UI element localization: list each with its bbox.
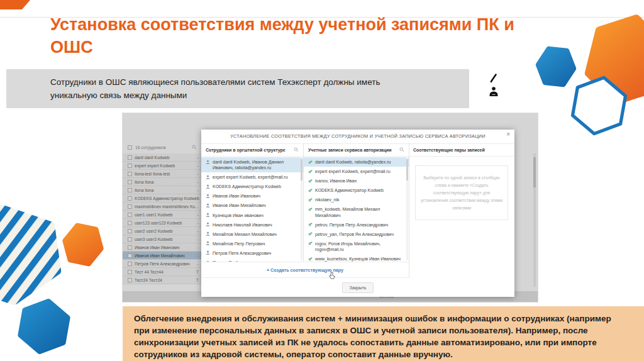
account-item[interactable]: www_kuznetsov, Кузнецов Иван Иванович	[304, 254, 409, 262]
employee-item[interactable]: Михайлов Михаил Михайлович	[201, 230, 303, 239]
account-item-label: nikolaev_nik	[315, 197, 340, 203]
person-icon	[206, 203, 210, 208]
column-accounts: Учетные записи сервиса авторизации	[304, 143, 409, 262]
hexagon-striped	[0, 197, 67, 312]
person-icon	[206, 213, 210, 217]
key-icon	[308, 160, 313, 164]
close-icon[interactable]: ×	[506, 131, 510, 138]
modal-footer: Закрыть	[201, 278, 514, 297]
benefit-box: Облегчение внедрения и обслуживания сист…	[123, 306, 644, 361]
key-icon	[308, 257, 313, 261]
person-icon	[206, 194, 210, 198]
account-item-label: www_kuznetsov, Кузнецов Иван Иванович	[315, 256, 401, 262]
employee-item[interactable]: Кузнецов Иван иванович	[201, 211, 303, 220]
account-item[interactable]: ivanov, Иванов Иван	[304, 176, 409, 186]
employee-item-label: danil danil Kodweb, Иванов Даниил Иванов…	[213, 159, 301, 170]
person-icon	[206, 222, 210, 226]
pairs-empty-state: Выберите по одной записи в столбцах слев…	[415, 165, 508, 220]
hexagon-blue-bottom	[13, 294, 75, 358]
key-icon	[308, 207, 313, 211]
employee-item[interactable]: Иванов Иван Иванович	[201, 191, 303, 201]
employee-item[interactable]: Михайлов Петр Петрович	[201, 239, 303, 248]
slide-root: Установка соответствия между учетной зап…	[0, 0, 644, 361]
create-pair-row: + Создать соответствующую пару	[201, 262, 409, 278]
employee-item-label: Кузнецов Иван иванович	[213, 213, 264, 218]
column-employees: Сотрудники в оргштатной структуре danil …	[201, 143, 304, 262]
close-button[interactable]: Закрыть	[342, 282, 374, 293]
account-item[interactable]: rogov, Рогов Игорь Михайлович, rogov@mai…	[304, 239, 409, 254]
account-item-label: KODEKS Администратор Kodweb	[315, 187, 384, 193]
employee-item[interactable]: Петров Петя Александрович	[201, 248, 303, 258]
column-header: Сотрудники в оргштатной структуре	[206, 148, 286, 152]
employee-item[interactable]: danil danil Kodweb, Иванов Даниил Иванов…	[201, 157, 303, 172]
search-icon[interactable]	[399, 147, 404, 152]
account-item-label: danil danil Kodweb, rabota@yandex.ru	[315, 159, 391, 165]
person-icon	[206, 160, 210, 164]
key-icon	[308, 197, 313, 202]
account-item[interactable]: danil danil Kodweb, rabota@yandex.ru	[304, 157, 409, 167]
hexagon-orange-small	[57, 218, 109, 272]
account-item-label: petrov_yan, Петров Ян Александрович	[315, 231, 394, 237]
modal-header: УСТАНОВЛЕНИЕ СООТВЕТСТВИЯ МЕЖДУ СОТРУДНИ…	[201, 130, 514, 144]
person-icon	[206, 175, 210, 179]
account-item-label: petrov, Петров Петр Александрович	[315, 222, 388, 228]
account-item-label: ivanov, Иванов Иван	[315, 178, 357, 184]
employee-item[interactable]: Николаев Николай Иванович	[201, 220, 303, 230]
modal-title: УСТАНОВЛЕНИЕ СООТВЕТСТВИЯ МЕЖДУ СОТРУДНИ…	[201, 130, 514, 143]
person-icon	[206, 241, 210, 245]
key-icon	[308, 188, 313, 192]
key-icon	[308, 231, 313, 236]
account-item[interactable]: mm_kodweb, Михайлов Михаил Михайлович	[304, 204, 409, 219]
column-pairs: Соответствующие пары записей Выберите по…	[409, 143, 514, 262]
account-item[interactable]: expert expert Kodweb, expert@mail.ru	[304, 167, 409, 176]
search-icon[interactable]	[294, 147, 299, 152]
employee-item[interactable]: Иванов Иван Михайлович	[201, 201, 303, 210]
note-box: Сотрудники в ОШС являющиеся пользователя…	[6, 69, 469, 108]
key-icon	[308, 179, 313, 183]
account-item[interactable]: petrov_yan, Петров Ян Александрович	[304, 230, 409, 239]
author-icons	[486, 73, 502, 97]
employee-item[interactable]: KODEKS Администратор Kodweb	[201, 182, 303, 191]
column-header: Соответствующие пары записей	[413, 148, 485, 152]
key-icon	[308, 169, 313, 174]
account-item[interactable]: nikolaev_nik	[304, 195, 409, 204]
matching-modal: УСТАНОВЛЕНИЕ СООТВЕТСТВИЯ МЕЖДУ СОТРУДНИ…	[201, 130, 514, 297]
person-at-laptop-icon	[487, 86, 500, 97]
account-item[interactable]: petrov, Петров Петр Александрович	[304, 220, 409, 230]
employee-item-label: KODEKS Администратор Kodweb	[213, 184, 281, 189]
key-icon	[308, 222, 313, 226]
page-title: Установка соответствия между учетной зап…	[50, 14, 553, 58]
employee-item[interactable]: expert expert Kodweb, expert@mail.ru	[201, 172, 303, 182]
person-icon	[206, 250, 210, 255]
account-item-label: expert expert Kodweb, expert@mail.ru	[315, 169, 391, 174]
column-divider	[409, 143, 409, 278]
account-item[interactable]: KODEKS Администратор Kodweb	[304, 186, 409, 195]
person-icon	[206, 184, 210, 189]
corner-shape	[0, 0, 31, 9]
key-icon	[308, 241, 313, 245]
column-header: Учетные записи сервиса авторизации	[308, 148, 392, 152]
employee-item-label: Николаев Николай Иванович	[213, 222, 272, 228]
pencil-icon	[489, 73, 499, 83]
employee-item-label: Иванов Иван Иванович	[213, 193, 260, 199]
account-item-label: rogov, Рогов Игорь Михайлович, rogov@mai…	[315, 241, 406, 252]
employee-item-label: Петров Петя Александрович	[213, 250, 271, 256]
account-item-label: mm_kodweb, Михайлов Михаил Михайлович	[315, 206, 406, 218]
person-icon	[206, 231, 210, 236]
employee-item-label: Михайлов Михаил Михайлович	[213, 231, 277, 237]
employee-item-label: expert expert Kodweb, expert@mail.ru	[213, 174, 288, 180]
employee-item-label: Михайлов Петр Петрович	[213, 241, 265, 247]
employee-item-label: Иванов Иван Михайлович	[213, 203, 266, 208]
